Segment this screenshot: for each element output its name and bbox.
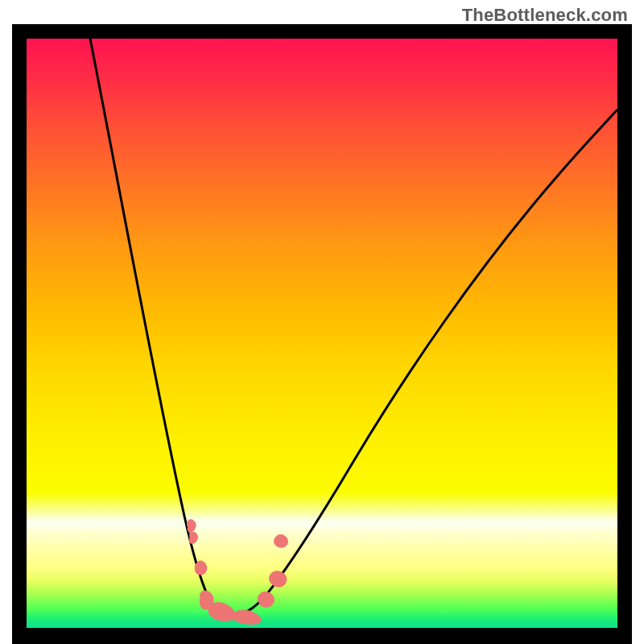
marker-cluster bbox=[187, 520, 287, 625]
chart-frame bbox=[12, 24, 632, 644]
watermark-text: TheBottleneck.com bbox=[462, 5, 628, 26]
plot-area bbox=[27, 39, 617, 628]
chart-svg bbox=[27, 39, 617, 628]
bottleneck-curve bbox=[90, 39, 617, 616]
